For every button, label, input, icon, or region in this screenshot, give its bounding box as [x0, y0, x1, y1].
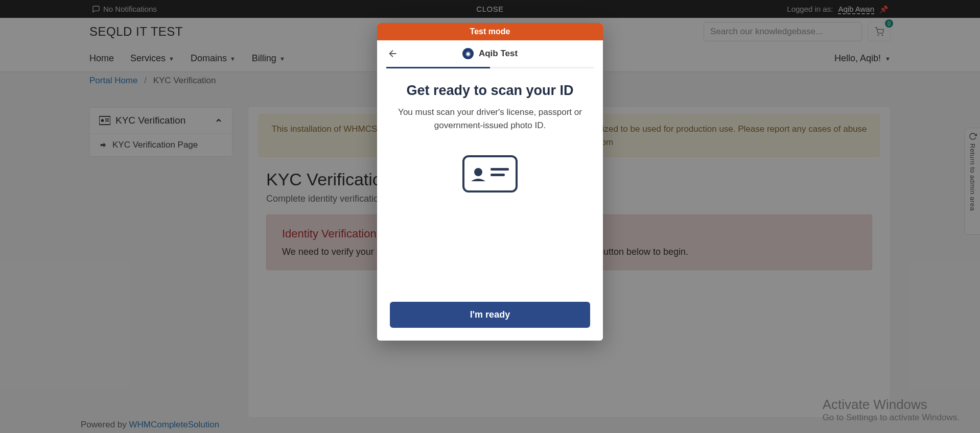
account-name: Aqib Test: [479, 49, 518, 59]
svg-rect-10: [491, 174, 505, 176]
back-button[interactable]: [387, 48, 399, 59]
arrow-left-icon: [387, 48, 399, 59]
id-scan-modal: Test mode ◉ Aqib Test Get ready to scan …: [377, 23, 603, 341]
id-card-illustration: [462, 155, 518, 193]
svg-rect-9: [491, 168, 509, 171]
im-ready-button[interactable]: I'm ready: [390, 302, 590, 328]
modal-body-text: You must scan your driver's license, pas…: [392, 106, 588, 132]
modal-title: Get ready to scan your ID: [392, 83, 588, 99]
account-logo-icon: ◉: [462, 48, 474, 59]
svg-rect-7: [463, 156, 517, 191]
svg-point-8: [474, 168, 482, 176]
modal-header: ◉ Aqib Test: [377, 40, 603, 67]
test-mode-banner: Test mode: [377, 23, 603, 40]
